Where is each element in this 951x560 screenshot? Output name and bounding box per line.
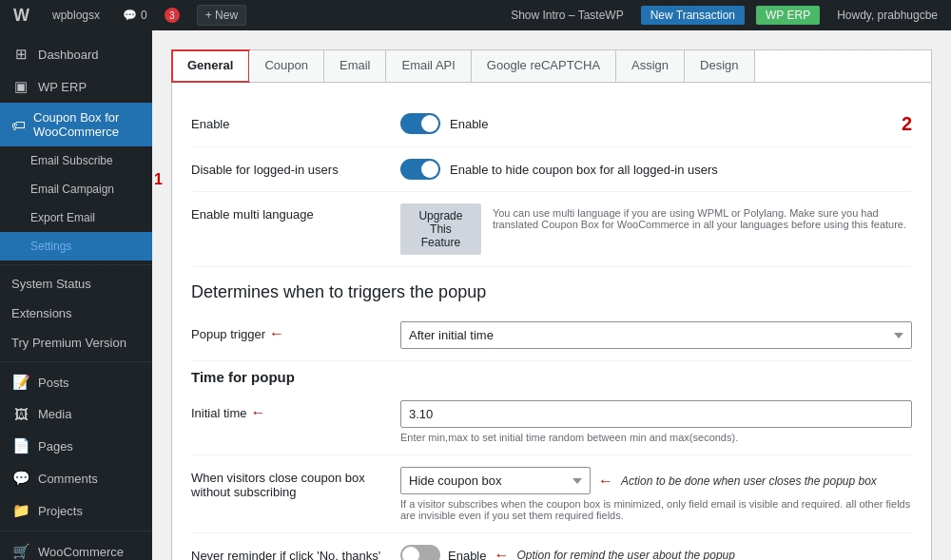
initial-time-arrow: ← <box>251 404 266 421</box>
sidebar-label-pages: Pages <box>38 439 73 454</box>
setting-row-enable: Enable Enable 2 <box>191 102 912 147</box>
disable-logged-in-label: Disable for logged-in users <box>191 159 381 177</box>
enable-toggle-label: Enable <box>450 117 488 131</box>
sidebar-item-try-premium[interactable]: Try Premium Version <box>0 328 152 357</box>
popup-trigger-select[interactable]: After initial time <box>400 321 912 349</box>
initial-time-control: Enter min,max to set initial time random… <box>400 400 912 443</box>
wp-erp-icon: ▣ <box>11 78 30 95</box>
sidebar-label-projects: Projects <box>38 504 83 518</box>
never-reminder-toggle-label: Enable <box>448 549 486 561</box>
multi-language-inner: Upgrade This Feature You can use multi l… <box>400 203 912 255</box>
disable-logged-in-inline: Enable to hide coupon box for all logged… <box>400 159 912 180</box>
close-action-label: When visitors close coupon box without s… <box>191 467 381 499</box>
enable-toggle[interactable] <box>400 113 440 134</box>
multi-language-label: Enable multi language <box>191 203 381 222</box>
tab-design[interactable]: Design <box>685 50 754 82</box>
close-action-select[interactable]: Hide coupon box <box>400 467 591 494</box>
sidebar-item-email-subscribe[interactable]: Email Subscribe <box>0 146 152 175</box>
wp-logo[interactable]: W <box>8 2 35 29</box>
sidebar-item-media[interactable]: 🖼 Media <box>0 398 152 430</box>
admin-bar: W wpblogsx 💬 0 3 + New Show Intro – Tast… <box>0 0 951 30</box>
sidebar-label-email-campaign: Email Campaign <box>30 183 114 196</box>
sidebar-item-email-campaign[interactable]: Email Campaign <box>0 175 152 203</box>
new-btn[interactable]: + New <box>197 5 246 26</box>
media-icon: 🖼 <box>11 406 30 422</box>
enable-control: Enable <box>400 113 883 134</box>
initial-time-label: Initial time ← <box>191 400 381 421</box>
wp-icon: W <box>13 6 29 26</box>
time-for-popup-heading-row: Time for popup <box>191 361 912 389</box>
close-action-annotation: Action to be done when user closes the p… <box>621 474 877 488</box>
sidebar-label-system-status: System Status <box>11 277 91 291</box>
posts-icon: 📝 <box>11 374 30 391</box>
never-reminder-arrow: ← <box>494 547 509 560</box>
never-reminder-control: Enable ← Option for remind the user abou… <box>400 545 912 560</box>
never-reminder-label: Never reminder if click 'No, thanks' but… <box>191 545 381 560</box>
never-reminder-annotation: Option for remind the user about the pop… <box>516 549 734 560</box>
sidebar-label-try-premium: Try Premium Version <box>11 336 126 350</box>
annotation-num-2: 2 <box>902 113 912 135</box>
sidebar-label-email-subscribe: Email Subscribe <box>30 154 113 167</box>
popup-section-heading: Determines when to triggers the popup <box>191 282 912 302</box>
new-transaction-btn[interactable]: New Transaction <box>641 6 745 25</box>
tab-email-api[interactable]: Email API <box>386 50 471 82</box>
never-reminder-toggle[interactable] <box>400 545 440 560</box>
separator-3 <box>0 531 152 531</box>
tab-email[interactable]: Email <box>324 50 387 82</box>
initial-time-desc: Enter min,max to set initial time random… <box>400 432 912 443</box>
sidebar-item-dashboard[interactable]: ⊞ Dashboard <box>0 38 152 70</box>
annotation-num-1: 1 <box>154 171 163 188</box>
sidebar-item-projects[interactable]: 📁 Projects <box>0 494 152 527</box>
settings-panel: Enable Enable 2 Disable for logged-in us… <box>171 82 932 560</box>
projects-icon: 📁 <box>11 502 30 519</box>
enable-label: Enable <box>191 113 381 131</box>
site-name[interactable]: wpblogsx <box>47 5 106 26</box>
tab-assign[interactable]: Assign <box>616 50 685 82</box>
sidebar-item-pages[interactable]: 📄 Pages <box>0 430 152 462</box>
close-action-arrow: ← <box>598 473 613 490</box>
setting-row-never-reminder: Never reminder if click 'No, thanks' but… <box>191 533 912 560</box>
sidebar-item-extensions[interactable]: Extensions <box>0 299 152 328</box>
setting-row-popup-trigger: Popup trigger ← After initial time <box>191 310 912 361</box>
sidebar-label-woocommerce: WooCommerce <box>38 545 124 559</box>
sidebar-item-coupon-box[interactable]: 🏷 Coupon Box for WooCommerce <box>0 103 152 146</box>
sidebar-item-comments[interactable]: 💬 Comments <box>0 462 152 494</box>
wp-erp-btn[interactable]: WP ERP <box>756 6 820 25</box>
sidebar-label-coupon-box: Coupon Box for WooCommerce <box>33 110 141 139</box>
sidebar-label-posts: Posts <box>38 376 69 390</box>
separator-1 <box>0 264 152 265</box>
disable-logged-in-toggle[interactable] <box>400 159 440 180</box>
popup-section-heading-row: Determines when to triggers the popup <box>191 267 912 310</box>
comments-icon: 💬 <box>11 470 30 487</box>
tab-google-recaptcha[interactable]: Google reCAPTCHA <box>472 50 616 82</box>
new-button[interactable]: + New <box>191 1 252 29</box>
tab-general[interactable]: General <box>172 50 249 82</box>
annotation-2: 2 <box>902 113 912 135</box>
notif-badge: 3 <box>165 8 180 23</box>
popup-trigger-control: After initial time <box>400 321 912 349</box>
sidebar-label-export-email: Export Email <box>30 211 95 224</box>
sidebar-label-media: Media <box>38 407 71 421</box>
pages-icon: 📄 <box>11 437 30 454</box>
sidebar-item-posts[interactable]: 📝 Posts <box>0 366 152 398</box>
multi-language-desc: You can use multi language if you are us… <box>493 207 912 230</box>
show-intro[interactable]: Show Intro – TasteWP <box>505 5 630 26</box>
woocommerce-icon: 🛒 <box>11 543 30 560</box>
dashboard-icon: ⊞ <box>11 46 30 63</box>
sidebar-item-settings[interactable]: Settings <box>0 232 152 261</box>
sidebar-item-export-email[interactable]: Export Email <box>0 203 152 232</box>
sidebar: ⊞ Dashboard ▣ WP ERP 🏷 Coupon Box for Wo… <box>0 30 152 560</box>
sidebar-item-woocommerce[interactable]: 🛒 WooCommerce <box>0 535 152 560</box>
popup-trigger-arrow-annotation: ← <box>269 325 284 342</box>
tab-coupon[interactable]: Coupon <box>249 50 324 82</box>
upgrade-button[interactable]: Upgrade This Feature <box>400 203 481 255</box>
sidebar-item-system-status[interactable]: System Status <box>0 269 152 299</box>
disable-logged-in-toggle-label: Enable to hide coupon box for all logged… <box>450 163 718 177</box>
setting-row-disable-logged-in: Disable for logged-in users Enable to hi… <box>191 147 912 192</box>
comment-count[interactable]: 💬 0 <box>117 5 153 26</box>
sidebar-label-comments: Comments <box>38 472 98 486</box>
initial-time-input[interactable] <box>400 400 912 428</box>
sidebar-item-wp-erp[interactable]: ▣ WP ERP <box>0 70 152 103</box>
close-action-desc: If a visitor subscribes when the coupon … <box>400 498 912 521</box>
popup-trigger-label: Popup trigger ← <box>191 321 381 342</box>
